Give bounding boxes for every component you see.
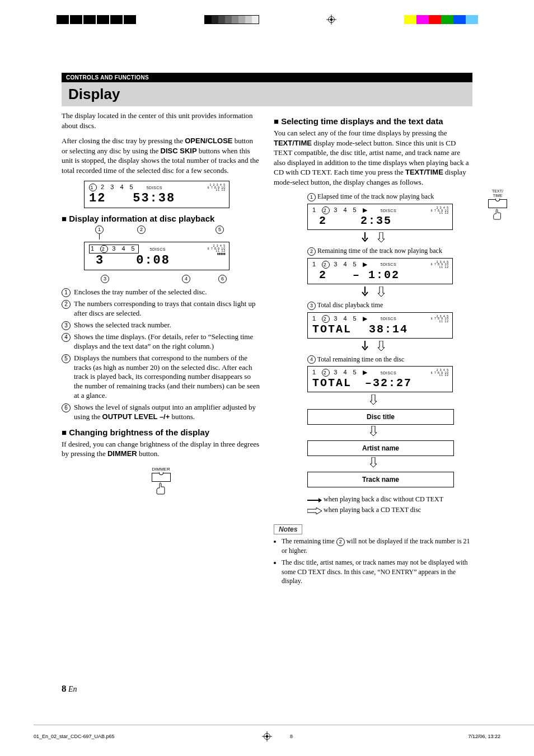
left-column: The display located in the center of thi… xyxy=(62,111,260,588)
selected-disc: 1 xyxy=(89,184,97,191)
dimmer-label: DIMMER xyxy=(133,467,189,472)
track-number: 3 xyxy=(96,253,104,267)
register-mark-icon xyxy=(262,731,272,741)
dimmer-button-diagram: DIMMER xyxy=(133,467,189,497)
after-close-para: After closing the disc tray by pressing … xyxy=(62,136,260,175)
artist-name-box: Artist name xyxy=(307,440,454,456)
hand-icon xyxy=(478,208,517,222)
top-crop-marks xyxy=(0,11,534,28)
track-grid: 2 3 4 5 6 7 8 9 10 11 12 ▮▮▮▮▮ xyxy=(208,245,226,255)
display-info-heading: Display information at disc playback xyxy=(62,214,260,223)
lcd-callout-diagram: 1 2 5 1 2 3 4 5 5DISCS xyxy=(84,226,229,283)
header-bar: CONTROLS AND FUNCTIONS xyxy=(62,73,472,82)
disc-title-box: Disc title xyxy=(307,409,454,425)
selected-disc: 2 xyxy=(100,245,108,253)
disc-count-label: 5DISCS xyxy=(150,247,166,251)
callout-6: 6 xyxy=(218,275,227,283)
time-displays-heading: Selecting time displays and the text dat… xyxy=(274,116,472,126)
down-arrows xyxy=(274,341,472,353)
brightness-para: If desired, you can change brightness of… xyxy=(62,439,260,459)
lcd-remaining: 1 2 3 4 5 ▶ 5DISCS 2 3 4 56 7 8 9 1011 1… xyxy=(307,258,453,284)
disc-skip-label: DISC SKIP xyxy=(161,147,197,155)
footer: 01_En_02_star_CDC-697_UAB.p65 8 7/12/06,… xyxy=(0,734,534,739)
time-step-4: 4 Total remaining time on the disc 1 2 3… xyxy=(307,355,472,393)
play-icon: ▶ xyxy=(363,315,369,322)
text-time-button-icon xyxy=(488,199,507,208)
disc-count-label: 5DISCS xyxy=(147,186,162,190)
lcd-elapsed: 1 2 3 4 5 ▶ 5DISCS 2 3 4 56 7 8 9 1011 1… xyxy=(307,204,453,230)
brightness-heading: Changing brightness of the display xyxy=(62,428,260,437)
text: After closing the disc tray by pressing … xyxy=(62,137,185,145)
lcd-display-total: 1 2 3 4 5 5DISCS 1 2 3 4 5 6 7 8 9 10 11… xyxy=(84,181,229,208)
open-close-label: OPEN/CLOSE xyxy=(185,137,232,145)
lcd-display-playback: 1 2 3 4 5 5DISCS 2 3 4 5 6 7 8 9 10 11 1… xyxy=(84,242,229,270)
list-item: Encloses the tray number of the selected… xyxy=(62,288,260,297)
arrow-legend: when playing back a disc without CD TEXT… xyxy=(307,495,472,514)
down-arrows xyxy=(274,232,472,245)
time-step-1: 1 Elapsed time of the track now playing … xyxy=(307,192,472,230)
disc-right: 3 4 5 xyxy=(112,245,137,252)
callout-1: 1 xyxy=(95,226,104,234)
intro-para: The display located in the center of thi… xyxy=(62,111,260,130)
page-number: 8 En xyxy=(62,683,77,694)
section-title: Display xyxy=(62,82,472,106)
elapsed-time: 0:08 xyxy=(136,253,170,267)
lcd-total-remaining: 1 2 3 4 5 ▶ 5DISCS 2 3 4 56 7 8 9 1011 1… xyxy=(307,366,453,392)
hollow-down-arrow xyxy=(274,395,472,407)
lcd-total: 1 2 3 4 5 ▶ 5DISCS 2 3 4 56 7 8 9 1011 1… xyxy=(307,312,453,339)
play-icon: ▶ xyxy=(363,261,369,267)
display-info-list: Encloses the tray number of the selected… xyxy=(62,288,260,422)
play-icon: ▶ xyxy=(363,206,369,213)
notes-heading: Notes xyxy=(274,524,302,534)
list-item: Displays the numbers that correspond to … xyxy=(62,354,260,401)
time-step-3: 3 Total disc playback time 1 2 3 4 5 ▶ 5… xyxy=(307,301,472,339)
down-arrows xyxy=(274,287,472,299)
list-item: Shows the level of signals output into a… xyxy=(62,403,260,422)
svg-point-8 xyxy=(266,735,269,738)
list-item: Shows the selected track number. xyxy=(62,321,260,330)
callout-5: 5 xyxy=(216,226,224,234)
footer-date: 7/12/06, 13:22 xyxy=(468,734,500,739)
list-item: Shows the time displays. (For details, r… xyxy=(62,332,260,351)
svg-point-3 xyxy=(330,18,333,21)
callout-3: 3 xyxy=(101,275,109,283)
dimmer-button-icon xyxy=(152,473,171,482)
disc-left: 1 xyxy=(91,245,96,252)
total-time: 53:38 xyxy=(133,191,175,205)
gray-swatches xyxy=(204,15,259,24)
callout-4: 4 xyxy=(182,275,190,283)
hollow-down-arrow xyxy=(274,426,472,438)
disc-numbers: 2 3 4 5 xyxy=(101,184,135,190)
time-step-2: 2 Remaining time of the track now playin… xyxy=(307,247,472,284)
note-item: The remaining time 2 will not be display… xyxy=(282,537,472,556)
total-tracks: 12 xyxy=(89,191,106,205)
play-icon: ▶ xyxy=(363,369,369,375)
hand-icon xyxy=(133,482,189,497)
track-grid: 1 2 3 4 5 6 7 8 9 10 11 12 xyxy=(208,184,226,191)
footer-page: 8 xyxy=(290,734,293,739)
hollow-down-arrow xyxy=(274,457,472,469)
right-column: Selecting time displays and the text dat… xyxy=(274,111,472,588)
time-displays-para: You can select any of the four time disp… xyxy=(274,128,472,187)
register-mark-icon xyxy=(326,15,336,25)
notes-list: The remaining time 2 will not be display… xyxy=(282,537,472,586)
text-time-button-diagram: TEXT/ TIME xyxy=(478,189,517,222)
list-item: The numbers corresponding to trays that … xyxy=(62,299,260,318)
track-name-box: Track name xyxy=(307,472,454,487)
color-swatches xyxy=(404,15,478,24)
note-item: The disc title, artist names, or track n… xyxy=(282,558,472,586)
black-swatches xyxy=(56,15,137,25)
callout-2: 2 xyxy=(137,226,146,234)
footer-filename: 01_En_02_star_CDC-697_UAB.p65 xyxy=(34,734,115,739)
